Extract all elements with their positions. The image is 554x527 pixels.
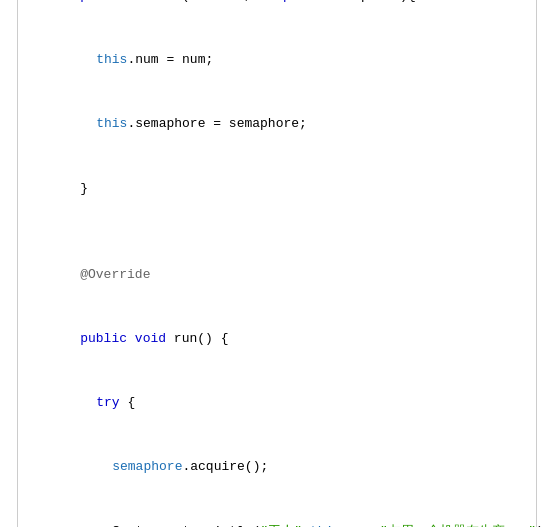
code-line: @Override	[33, 242, 521, 306]
code-line: }	[33, 156, 521, 220]
code-block: int N = 8; //工人数 Semaphore semaphore = n…	[17, 0, 537, 527]
code-line: this.semaphore = semaphore;	[33, 92, 521, 156]
code-line: semaphore.acquire();	[33, 435, 521, 499]
code-line: this.num = num;	[33, 28, 521, 92]
code-line: System.out.println("工人"+this.num+"占用一个机器…	[33, 499, 521, 527]
code-line: public Worker(int num,Semaphore semaphor…	[33, 0, 521, 28]
code-line: public void run() {	[33, 306, 521, 370]
code-line: try {	[33, 371, 521, 435]
code-line-empty	[33, 221, 521, 242]
